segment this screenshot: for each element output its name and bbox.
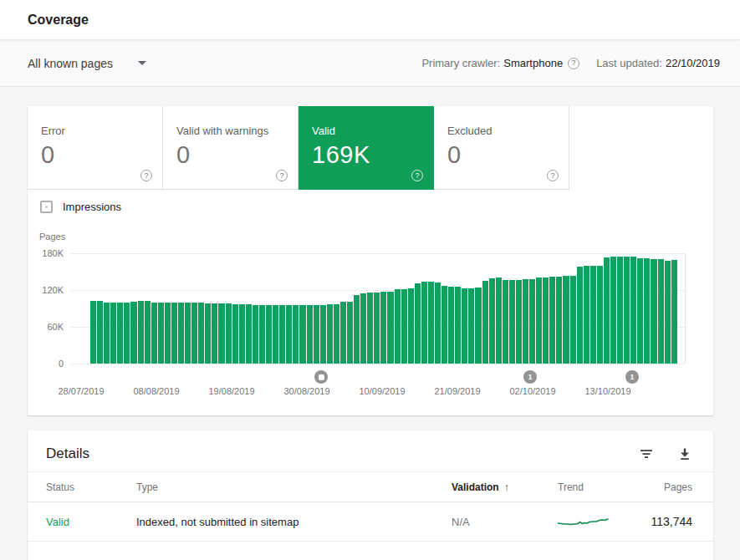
coverage-summary-panel: Error 0 ? Valid with warnings 0 ? Valid … bbox=[28, 106, 713, 415]
chart-bar bbox=[90, 301, 96, 364]
x-axis-tick: 08/08/2019 bbox=[133, 386, 179, 396]
annotation-badge-icon[interactable]: 1 bbox=[523, 370, 537, 384]
x-axis-tick: 28/07/2019 bbox=[58, 386, 104, 396]
chart-bar bbox=[110, 303, 116, 364]
scope-dropdown[interactable]: All known pages bbox=[28, 57, 146, 70]
chart-bar bbox=[286, 305, 292, 364]
row-pages: 113,744 bbox=[650, 515, 692, 528]
y-axis-tick: 180K bbox=[42, 248, 64, 258]
chart-bar bbox=[191, 303, 197, 364]
chart-bar bbox=[395, 289, 401, 364]
y-axis-tick: 60K bbox=[47, 322, 64, 332]
chart-bar bbox=[246, 304, 252, 364]
card-error-value: 0 bbox=[41, 141, 162, 169]
last-updated-value: 22/10/2019 bbox=[666, 57, 720, 69]
chart-bar bbox=[273, 305, 278, 364]
table-row[interactable]: Valid Indexed, not submitted in sitemap … bbox=[28, 502, 713, 542]
card-vww-label: Valid with warnings bbox=[176, 125, 298, 137]
chart-bar bbox=[462, 288, 467, 364]
chevron-down-icon bbox=[138, 61, 146, 65]
row-validation: N/A bbox=[452, 516, 558, 528]
card-vww-value: 0 bbox=[176, 141, 298, 169]
chart-bar bbox=[259, 305, 265, 364]
x-axis-tick: 19/08/2019 bbox=[208, 386, 254, 396]
sitemap-marker-icon[interactable] bbox=[314, 370, 328, 384]
chart-bar bbox=[556, 277, 562, 364]
chart-bar bbox=[503, 280, 508, 364]
chart-bar bbox=[408, 288, 414, 364]
help-icon[interactable]: ? bbox=[140, 170, 152, 181]
chart-bar bbox=[610, 257, 616, 364]
card-valid[interactable]: Valid 169K ? bbox=[299, 106, 434, 190]
chart-bar bbox=[205, 303, 211, 364]
chart-bar bbox=[299, 305, 305, 364]
card-valid-with-warnings[interactable]: Valid with warnings 0 ? bbox=[163, 106, 299, 190]
row-type: Indexed, not submitted in sitemap bbox=[136, 516, 452, 528]
chart-bar bbox=[428, 282, 434, 364]
chart-bar bbox=[334, 304, 339, 364]
chart-bar bbox=[151, 303, 157, 364]
card-error-label: Error bbox=[41, 125, 162, 137]
row-status: Valid bbox=[46, 516, 136, 528]
column-header-trend[interactable]: Trend bbox=[558, 481, 650, 493]
chart-bar bbox=[130, 302, 136, 364]
chart-bar bbox=[165, 303, 171, 364]
chart-bar bbox=[138, 301, 144, 364]
chart-bar bbox=[577, 267, 583, 364]
column-header-status[interactable]: Status bbox=[46, 481, 136, 493]
chart-bar bbox=[435, 283, 441, 364]
chart-bar bbox=[590, 266, 596, 364]
chart-bar bbox=[178, 303, 184, 364]
column-header-type[interactable]: Type bbox=[136, 481, 452, 493]
chart-bar bbox=[489, 278, 495, 364]
x-axis-tick: 30/08/2019 bbox=[283, 386, 329, 396]
impressions-label: Impressions bbox=[63, 201, 121, 213]
status-cards: Error 0 ? Valid with warnings 0 ? Valid … bbox=[28, 106, 713, 190]
x-axis-tick: 21/09/2019 bbox=[434, 386, 480, 396]
annotation-badge-icon[interactable]: 1 bbox=[625, 370, 639, 384]
chart-bar bbox=[279, 305, 285, 364]
chart-bar bbox=[124, 303, 130, 364]
details-table-header: Status Type Validation↑ Trend Pages bbox=[28, 471, 713, 502]
column-header-validation[interactable]: Validation↑ bbox=[452, 481, 558, 493]
chart-bar bbox=[658, 259, 664, 364]
chart-bar bbox=[226, 303, 232, 364]
chart-bar bbox=[347, 302, 353, 364]
chart-bar bbox=[637, 258, 643, 364]
chart-bar bbox=[266, 305, 272, 364]
primary-crawler-value: Smartphone bbox=[503, 57, 563, 69]
chart-bar bbox=[651, 259, 656, 364]
chart-bar bbox=[630, 257, 636, 364]
help-icon[interactable]: ? bbox=[276, 170, 288, 181]
marker-glyph: 1 bbox=[528, 374, 532, 381]
card-excluded[interactable]: Excluded 0 ? bbox=[434, 106, 569, 190]
chart-bar bbox=[380, 292, 386, 364]
chart-bar bbox=[198, 303, 204, 364]
download-icon[interactable] bbox=[677, 446, 692, 461]
chart-bar bbox=[441, 286, 447, 364]
chart-bar bbox=[475, 288, 481, 364]
card-valid-value: 169K bbox=[312, 141, 433, 169]
filter-icon[interactable] bbox=[639, 446, 654, 461]
chart-bar bbox=[340, 302, 346, 364]
chart-bar bbox=[529, 279, 535, 364]
sort-ascending-icon: ↑ bbox=[504, 481, 510, 493]
toolbar-status: Primary crawler: Smartphone ? Last updat… bbox=[421, 57, 720, 69]
chart-bar bbox=[570, 276, 576, 364]
x-axis-tick: 02/10/2019 bbox=[509, 386, 555, 396]
chart-bar bbox=[482, 281, 488, 364]
help-icon[interactable]: ? bbox=[411, 170, 423, 181]
chart-bar bbox=[644, 258, 650, 364]
app-header: Coverage bbox=[0, 0, 740, 40]
trend-sparkline bbox=[558, 515, 610, 528]
toolbar: All known pages Primary crawler: Smartph… bbox=[0, 40, 740, 87]
chart-bar bbox=[421, 282, 427, 364]
chart-bar bbox=[468, 288, 474, 364]
help-icon[interactable]: ? bbox=[568, 58, 579, 69]
chart-bar bbox=[320, 305, 326, 364]
column-header-pages[interactable]: Pages bbox=[650, 481, 692, 493]
help-icon[interactable]: ? bbox=[547, 170, 559, 181]
card-error[interactable]: Error 0 ? bbox=[28, 106, 163, 190]
chart-bar bbox=[232, 304, 238, 364]
impressions-checkbox[interactable]: Impressions bbox=[40, 201, 121, 213]
